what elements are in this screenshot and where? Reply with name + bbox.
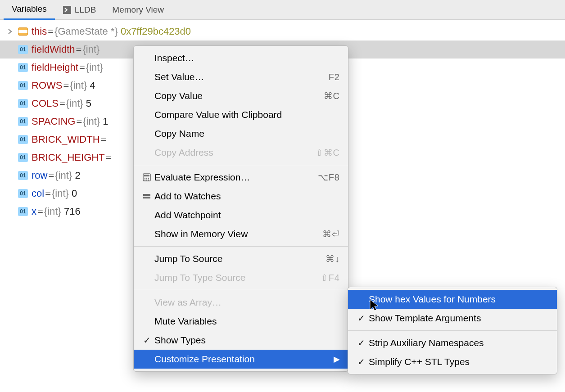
menu-label: Inspect… bbox=[154, 53, 340, 63]
var-value: 4 bbox=[90, 80, 95, 91]
svg-rect-2 bbox=[144, 175, 149, 176]
equals: = bbox=[36, 206, 44, 217]
var-type: {int} bbox=[83, 116, 100, 127]
var-name: this bbox=[32, 26, 47, 37]
check-icon: ✓ bbox=[353, 356, 369, 367]
submenu-simplify-stl[interactable]: ✓ Simplify C++ STL Types bbox=[348, 352, 557, 371]
equals: = bbox=[47, 26, 54, 37]
menu-label: Show Template Arguments bbox=[369, 313, 549, 324]
svg-point-3 bbox=[145, 178, 145, 179]
var-name: BRICK_WIDTH bbox=[32, 134, 100, 145]
menu-set-value[interactable]: Set Value… F2 bbox=[134, 68, 348, 86]
menu-mute-variables[interactable]: Mute Variables bbox=[134, 312, 348, 331]
var-value: 2 bbox=[75, 170, 80, 181]
menu-shortcut: ⇧F4 bbox=[321, 272, 340, 283]
menu-add-to-watches[interactable]: Add to Watches bbox=[134, 187, 348, 206]
submenu-strip-aux-namespaces[interactable]: ✓ Strip Auxiliary Namespaces bbox=[348, 333, 557, 352]
var-name: col bbox=[32, 188, 44, 199]
var-type: {int} bbox=[55, 170, 72, 181]
int-badge-icon: 01 bbox=[18, 117, 28, 126]
menu-label: Set Value… bbox=[154, 72, 329, 82]
equals: = bbox=[75, 44, 83, 55]
tab-variables-label: Variables bbox=[12, 4, 47, 14]
menu-inspect[interactable]: Inspect… bbox=[134, 49, 348, 68]
var-value: 1 bbox=[103, 116, 108, 127]
tab-lldb[interactable]: LLDB bbox=[55, 0, 104, 20]
submenu-show-hex[interactable]: Show hex Values for Numbers bbox=[348, 290, 557, 309]
calculator-icon bbox=[139, 173, 154, 182]
var-name: BRICK_HEIGHT bbox=[32, 152, 105, 163]
tab-lldb-label: LLDB bbox=[75, 5, 96, 15]
check-icon: ✓ bbox=[353, 338, 369, 348]
menu-label: Add Watchpoint bbox=[154, 210, 340, 221]
var-value: 716 bbox=[64, 206, 81, 217]
menu-label: Add to Watches bbox=[154, 191, 340, 202]
menu-view-as-array: View as Array… bbox=[134, 293, 348, 312]
menu-jump-to-type-source: Jump To Type Source ⇧F4 bbox=[134, 268, 348, 287]
var-type: {int} bbox=[86, 62, 103, 73]
watches-icon bbox=[139, 192, 154, 201]
menu-label: Strip Auxiliary Namespaces bbox=[369, 338, 549, 348]
int-badge-icon: 01 bbox=[18, 135, 28, 144]
var-value: 0x7ff29bc423d0 bbox=[121, 26, 191, 37]
var-name: COLS bbox=[32, 98, 59, 109]
var-name: ROWS bbox=[32, 80, 62, 91]
menu-shortcut: ⌘C bbox=[324, 90, 340, 101]
menu-label: Show hex Values for Numbers bbox=[369, 294, 549, 305]
var-value: 0 bbox=[72, 188, 77, 199]
menu-add-watchpoint[interactable]: Add Watchpoint bbox=[134, 206, 348, 225]
int-badge-icon: 01 bbox=[18, 189, 28, 198]
menu-show-memory-view[interactable]: Show in Memory View ⌘⏎ bbox=[134, 225, 348, 243]
submenu-show-template-args[interactable]: ✓ Show Template Arguments bbox=[348, 309, 557, 328]
menu-label: Compare Value with Clipboard bbox=[154, 109, 340, 120]
menu-shortcut: ⌥F8 bbox=[318, 172, 340, 183]
menu-separator bbox=[348, 330, 557, 331]
int-badge-icon: 01 bbox=[18, 63, 28, 72]
svg-point-4 bbox=[146, 178, 147, 179]
menu-copy-value[interactable]: Copy Value ⌘C bbox=[134, 86, 348, 105]
check-icon: ✓ bbox=[139, 335, 154, 346]
svg-point-7 bbox=[146, 180, 147, 180]
menu-separator bbox=[134, 165, 348, 165]
menu-shortcut: ⌘⏎ bbox=[322, 229, 340, 239]
svg-point-5 bbox=[148, 178, 149, 179]
menu-separator bbox=[134, 246, 348, 247]
var-row-this[interactable]: this = {GameState *} 0x7ff29bc423d0 bbox=[0, 23, 565, 41]
menu-shortcut: F2 bbox=[329, 72, 340, 82]
menu-label: Copy Address bbox=[154, 147, 316, 158]
var-name: SPACING bbox=[32, 116, 75, 127]
int-badge-icon: 01 bbox=[18, 99, 28, 108]
equals: = bbox=[75, 116, 83, 127]
struct-badge-icon bbox=[18, 27, 28, 36]
menu-label: Show Types bbox=[154, 335, 340, 346]
var-name: x bbox=[32, 206, 36, 217]
int-badge-icon: 01 bbox=[18, 153, 28, 162]
equals: = bbox=[47, 170, 55, 181]
menu-separator bbox=[134, 290, 348, 290]
menu-copy-name[interactable]: Copy Name bbox=[134, 124, 348, 143]
menu-show-types[interactable]: ✓ Show Types bbox=[134, 331, 348, 350]
menu-evaluate-expression[interactable]: Evaluate Expression… ⌥F8 bbox=[134, 168, 348, 187]
menu-label: Jump To Source bbox=[154, 253, 325, 264]
int-badge-icon: 01 bbox=[18, 81, 28, 90]
menu-jump-to-source[interactable]: Jump To Source ⌘↓ bbox=[134, 249, 348, 268]
menu-label: Simplify C++ STL Types bbox=[369, 356, 549, 367]
var-type: {int} bbox=[70, 80, 87, 91]
debugger-tabs: Variables LLDB Memory View bbox=[0, 0, 565, 20]
var-type: {int} bbox=[44, 206, 61, 217]
svg-rect-10 bbox=[143, 197, 150, 198]
expand-icon[interactable] bbox=[5, 29, 15, 34]
menu-compare-clipboard[interactable]: Compare Value with Clipboard bbox=[134, 105, 348, 124]
context-menu: Inspect… Set Value… F2 Copy Value ⌘C Com… bbox=[133, 45, 348, 372]
var-type: {int} bbox=[82, 44, 99, 55]
equals: = bbox=[62, 80, 70, 91]
menu-customize-presentation[interactable]: Customize Presentation ▶ bbox=[134, 350, 348, 369]
svg-point-6 bbox=[145, 180, 145, 180]
tab-variables[interactable]: Variables bbox=[4, 0, 55, 20]
menu-label: Evaluate Expression… bbox=[154, 172, 318, 183]
equals: = bbox=[78, 62, 86, 73]
equals: = bbox=[105, 152, 113, 163]
tab-memory-view[interactable]: Memory View bbox=[104, 0, 172, 20]
menu-label: Copy Value bbox=[154, 90, 324, 101]
menu-shortcut: ⇧⌘C bbox=[316, 147, 340, 158]
